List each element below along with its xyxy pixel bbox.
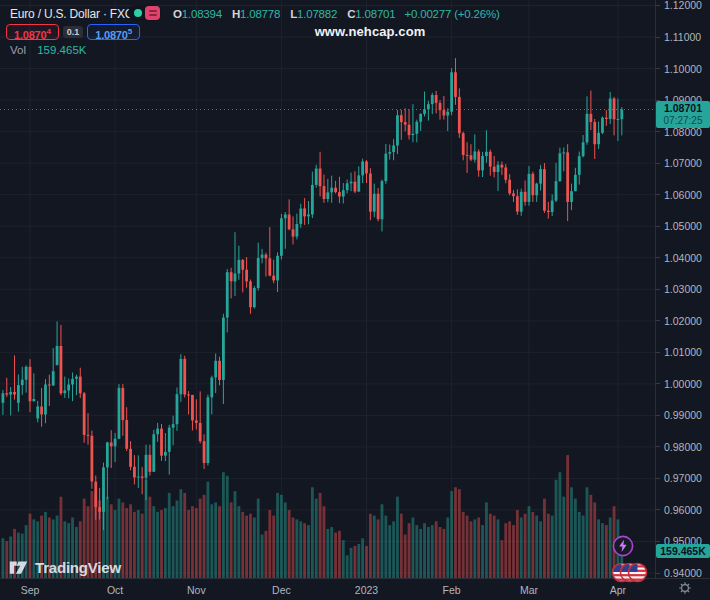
- time-axis-label: Sep: [21, 584, 40, 596]
- tradingview-logo-icon: [8, 557, 29, 578]
- price-axis-tick: [656, 446, 660, 447]
- price-axis-label: 0.98000: [664, 441, 702, 453]
- time-axis-label: Mar: [520, 584, 538, 596]
- time-axis[interactable]: SepOctNovDec2023FebMarApr: [0, 578, 710, 600]
- time-axis-label: Nov: [187, 584, 206, 596]
- watermark-text: www.nehcap.com: [315, 24, 426, 39]
- price-axis-tick: [656, 100, 660, 101]
- us-flag-icon: [612, 563, 647, 582]
- price-axis-tick: [656, 415, 660, 416]
- volume-label: Vol: [10, 44, 26, 56]
- price-axis-tick: [656, 131, 660, 132]
- tradingview-logo[interactable]: TradingView: [8, 557, 121, 578]
- price-axis-tick: [656, 541, 660, 542]
- gear-icon[interactable]: [678, 581, 692, 595]
- price-axis-label: 0.97000: [664, 472, 702, 484]
- last-price-value: 1.08701: [656, 102, 710, 115]
- price-axis-label: 1.01000: [664, 346, 702, 358]
- open-value: 1.08394: [182, 8, 222, 20]
- us-flag-event-markers-icon[interactable]: [610, 561, 650, 585]
- price-axis-label: 0.99000: [664, 409, 702, 421]
- price-axis-label: 1.05000: [664, 220, 702, 232]
- low-label: L: [290, 8, 297, 20]
- price-axis-tick: [656, 509, 660, 510]
- volume-axis-badge: 159.465K: [656, 544, 710, 558]
- candlestick-chart[interactable]: [0, 0, 710, 600]
- change-value: +0.00277 (+0.26%): [404, 8, 499, 20]
- symbol-title[interactable]: Euro / U.S. Dollar · FXCM: [10, 7, 143, 21]
- time-axis-label: 2023: [355, 584, 378, 596]
- price-axis-label: 1.03000: [664, 283, 702, 295]
- high-label: H: [232, 8, 240, 20]
- time-axis-label: Oct: [107, 584, 123, 596]
- open-label: O: [173, 8, 182, 20]
- time-axis-label: Dec: [272, 584, 291, 596]
- tradingview-chart-window: 1.120001.110001.100001.090001.080001.070…: [0, 0, 710, 600]
- price-axis-tick: [656, 478, 660, 479]
- price-axis-label: 0.96000: [664, 504, 702, 516]
- price-axis-tick: [656, 226, 660, 227]
- price-axis-label: 1.02000: [664, 315, 702, 327]
- price-axis-tick: [656, 320, 660, 321]
- market-open-dot-icon: [134, 9, 142, 17]
- time-axis-label: Feb: [443, 584, 461, 596]
- close-value: 1.08701: [355, 8, 395, 20]
- low-value: 1.07882: [297, 8, 337, 20]
- volume-value: 159.465K: [37, 44, 86, 56]
- bid-badge[interactable]: 1.08704: [6, 24, 59, 40]
- price-axis-tick: [656, 37, 660, 38]
- price-axis-tick: [656, 257, 660, 258]
- price-axis-label: 1.00000: [664, 378, 702, 390]
- price-axis-label: 1.06000: [664, 189, 702, 201]
- price-axis-label: 1.12000: [664, 0, 702, 11]
- price-axis-label: 1.10000: [664, 63, 702, 75]
- price-axis-tick: [656, 5, 660, 6]
- last-price-badge: 1.08701 07:27:25: [656, 101, 710, 128]
- tradingview-logo-text: TradingView: [35, 559, 121, 576]
- price-axis-label: 1.04000: [664, 252, 702, 264]
- price-axis-tick: [656, 289, 660, 290]
- price-axis[interactable]: 1.120001.110001.100001.090001.080001.070…: [655, 0, 710, 578]
- price-axis-tick: [656, 68, 660, 69]
- quote-row: 1.08704 0.1 1.08705: [6, 23, 140, 40]
- price-axis-tick: [656, 573, 660, 574]
- ohlc-row: O1.08394 H1.08778 L1.07882 C1.08701 +0.0…: [173, 8, 500, 20]
- ask-badge[interactable]: 1.08705: [87, 24, 140, 40]
- price-axis-label: 1.11000: [664, 31, 701, 43]
- bar-countdown: 07:27:25: [656, 115, 710, 127]
- time-axis-label: Apr: [610, 584, 626, 596]
- lightning-bolt-icon[interactable]: [611, 534, 635, 558]
- price-axis-tick: [656, 194, 660, 195]
- price-axis-label: 1.07000: [664, 157, 702, 169]
- high-value: 1.08778: [240, 8, 280, 20]
- price-axis-tick: [656, 352, 660, 353]
- price-axis-tick: [656, 383, 660, 384]
- volume-legend[interactable]: Vol 159.465K: [10, 44, 86, 56]
- market-status-toggle[interactable]: [128, 5, 161, 21]
- symbol-header: Euro / U.S. Dollar · FXCM: [10, 6, 143, 22]
- price-axis-tick: [656, 163, 660, 164]
- notification-chip-icon: [145, 6, 160, 20]
- spread-chip: 0.1: [63, 26, 84, 38]
